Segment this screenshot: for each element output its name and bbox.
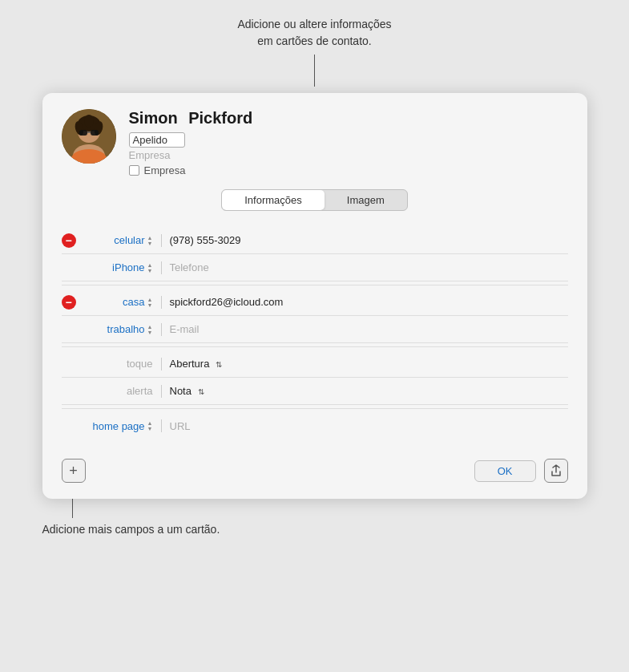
trabalho-label[interactable]: trabalho ▲▼ xyxy=(81,323,153,335)
toque-stepper[interactable]: ⇅ xyxy=(216,360,222,369)
toque-value[interactable]: Abertura ⇅ xyxy=(170,358,568,370)
casa-value[interactable]: spickford26@icloud.com xyxy=(170,296,568,308)
field-row-toque: toque Abertura ⇅ xyxy=(62,350,568,378)
trabalho-value[interactable]: E-mail xyxy=(170,323,568,335)
separator-1 xyxy=(62,285,568,285)
tab-group: Informações Imagem xyxy=(221,189,408,211)
field-row-casa: − casa ▲▼ spickford26@icloud.com xyxy=(62,289,568,316)
top-annotation: Adicione ou altere informações em cartõe… xyxy=(237,16,391,87)
homepage-stepper[interactable]: ▲▼ xyxy=(147,420,153,431)
action-buttons: OK xyxy=(474,459,568,483)
tab-informacoes[interactable]: Informações xyxy=(222,190,325,210)
separator-2 xyxy=(62,346,568,347)
field-row-iphone: iPhone ▲▼ Telefone xyxy=(62,254,568,281)
bottom-bar: + OK xyxy=(62,452,568,483)
alerta-spacer xyxy=(62,384,76,399)
celular-value[interactable]: (978) 555-3029 xyxy=(170,234,568,246)
casa-label[interactable]: casa ▲▼ xyxy=(81,296,153,308)
homepage-value[interactable]: URL xyxy=(170,420,568,432)
toque-label: toque xyxy=(81,358,153,370)
share-button[interactable] xyxy=(544,459,568,483)
sep7 xyxy=(161,419,162,432)
fields-section: − celular ▲▼ (978) 555-3029 iPhone ▲▼ Te… xyxy=(62,227,568,439)
avatar[interactable] xyxy=(62,109,116,164)
sep3 xyxy=(161,296,162,309)
company-row: Empresa xyxy=(129,164,568,176)
alerta-value[interactable]: Nota ⇅ xyxy=(170,385,568,397)
field-row-alerta: alerta Nota ⇅ xyxy=(62,378,568,405)
iphone-spacer xyxy=(62,261,76,275)
iphone-stepper[interactable]: ▲▼ xyxy=(147,262,153,273)
contact-name: Simon Pickford xyxy=(129,109,568,128)
alerta-label: alerta xyxy=(81,385,153,397)
add-field-button[interactable]: + xyxy=(62,459,86,483)
contact-card: Simon Pickford Apelido Empresa Empresa I… xyxy=(42,93,587,499)
share-icon xyxy=(550,464,562,477)
bottom-annotation: Adicione mais campos a um cartão. xyxy=(42,518,587,536)
sep1 xyxy=(161,234,162,247)
company-label: Empresa xyxy=(144,164,186,176)
last-name: Pickford xyxy=(188,109,252,128)
tab-imagem[interactable]: Imagem xyxy=(325,190,407,210)
casa-stepper[interactable]: ▲▼ xyxy=(147,297,153,308)
field-row-homepage: home page ▲▼ URL xyxy=(62,412,568,439)
field-row-celular: − celular ▲▼ (978) 555-3029 xyxy=(62,227,568,254)
iphone-value[interactable]: Telefone xyxy=(170,261,568,273)
tabs-row: Informações Imagem xyxy=(62,189,568,211)
bottom-annotation-container: Adicione mais campos a um cartão. xyxy=(42,499,587,536)
celular-stepper[interactable]: ▲▼ xyxy=(147,235,153,246)
annotation-line1: Adicione ou altere informações xyxy=(237,18,391,30)
company-checkbox[interactable] xyxy=(129,165,139,176)
annotation-bottom-line xyxy=(72,499,73,518)
annotation-line2: em cartões de contato. xyxy=(257,34,371,47)
remove-casa-button[interactable]: − xyxy=(62,295,76,310)
nickname-field[interactable]: Apelido xyxy=(129,132,185,148)
toque-spacer xyxy=(62,357,76,371)
field-row-trabalho: trabalho ▲▼ E-mail xyxy=(62,316,568,343)
sep6 xyxy=(161,385,162,398)
sep5 xyxy=(161,358,162,370)
trabalho-stepper[interactable]: ▲▼ xyxy=(147,324,153,335)
first-name: Simon xyxy=(129,109,178,128)
trabalho-spacer xyxy=(62,322,76,337)
alerta-stepper[interactable]: ⇅ xyxy=(198,387,204,396)
sep2 xyxy=(161,261,162,274)
remove-celular-button[interactable]: − xyxy=(62,233,76,248)
svg-rect-6 xyxy=(79,130,87,136)
iphone-label[interactable]: iPhone ▲▼ xyxy=(81,261,153,273)
ok-button[interactable]: OK xyxy=(474,460,536,482)
celular-label[interactable]: celular ▲▼ xyxy=(81,234,153,246)
contact-info-block: Simon Pickford Apelido Empresa Empresa xyxy=(129,109,568,176)
separator-3 xyxy=(62,408,568,409)
company-placeholder: Empresa xyxy=(129,149,568,161)
sep4 xyxy=(161,323,162,336)
svg-point-5 xyxy=(84,115,94,128)
svg-rect-7 xyxy=(91,130,99,136)
homepage-label[interactable]: home page ▲▼ xyxy=(81,420,153,432)
homepage-spacer xyxy=(62,419,76,433)
contact-header: Simon Pickford Apelido Empresa Empresa xyxy=(62,109,568,176)
